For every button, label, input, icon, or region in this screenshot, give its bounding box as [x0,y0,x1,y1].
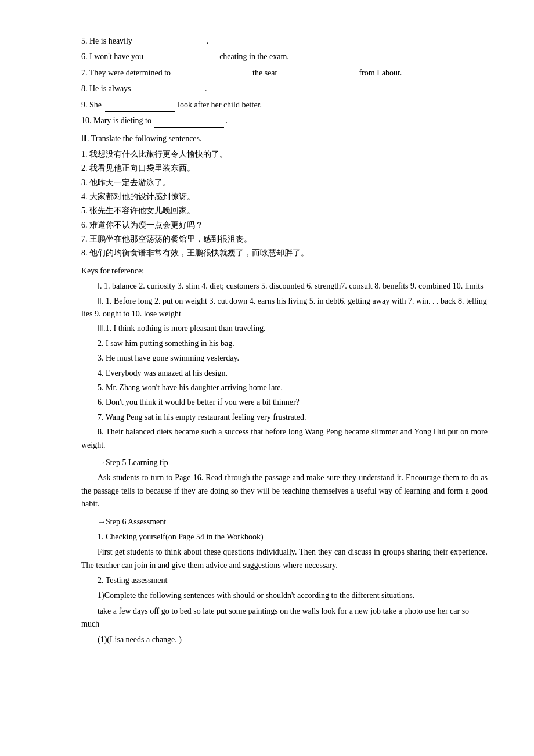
line7-middle: the seat [251,69,279,77]
blank-7b [280,67,356,80]
step6-header: →Step 6 Assessment [81,516,488,528]
step6-para1: First get students to think about these … [81,546,488,572]
key-1-text: 1. balance 2. curiosity 3. slim 4. diet;… [104,282,484,290]
chinese-s1: 1. 我想没有什么比旅行更令人愉快的了。 [81,150,228,159]
key-3-header: Ⅲ. 1. I think nothing is more pleasant t… [81,322,488,335]
line6-label: 6. I won't have you [81,52,146,61]
line9-label: 9. She [81,100,104,109]
chinese-s3: 3. 他昨天一定去游泳了。 [81,178,171,187]
key3-item-8: 8. Their balanced diets became such a su… [81,427,488,449]
key-1-label: Ⅰ. [98,282,104,290]
key3-item-6: 6. Don't you think it would be better if… [98,398,300,406]
key3-item-7-wrap: 7. Wang Peng sat in his empty restaurant… [98,411,488,424]
step5-para-text: Ask students to turn to Page 16. Read th… [81,473,488,508]
section3-header-text: Ⅲ. Translate the following sentences. [81,134,202,143]
keys-header: Keys for reference: [81,265,488,278]
line10-label: 10. Mary is dieting to [81,116,153,125]
key3-item-3: 3. He must have gone swimming yesterday. [98,354,239,362]
step6-para1-text: First get students to think about these … [81,548,488,569]
chinese-s2: 2. 我看见他正向口袋里装东西。 [81,164,195,172]
step6-header-text: →Step 6 Assessment [98,517,166,526]
step5-paragraph: Ask students to turn to Page 16. Read th… [81,471,488,510]
key-2-label: Ⅱ. [98,297,106,305]
options-line: take a few days off go to bed so late pu… [81,605,488,631]
key-3-label: Ⅲ. [81,322,106,335]
main-content: 5. He is heavily . 6. I won't have you c… [81,35,488,646]
chinese-s8: 8. 他们的均衡食谱非常有效，王鹏很快就瘦了，而咏慧却胖了。 [81,249,309,257]
chinese-sentence-5: 5. 张先生不容许他女儿晚回家。 [81,204,488,217]
chinese-sentence-7: 7. 王鹏坐在他那空荡荡的餐馆里，感到很沮丧。 [81,233,488,246]
key-1: Ⅰ. 1. balance 2. curiosity 3. slim 4. di… [81,280,488,293]
options-text: take a few days off go to bed so late pu… [81,607,469,628]
blank-8 [134,82,204,96]
keys-section: Keys for reference: Ⅰ. 1. balance 2. cur… [81,265,488,452]
question-1: (1)(Lisa needs a change. ) [98,633,488,646]
key3-item-3-wrap: 3. He must have gone swimming yesterday. [98,352,488,365]
key3-item-4-wrap: 4. Everybody was amazed at his design. [98,367,488,380]
line7-label: 7. They were determined to [81,69,173,77]
blank-6 [147,51,217,64]
key3-item-2-wrap: 2. I saw him putting something in his ba… [98,337,488,350]
fill-blank-line-8: 8. He is always . [81,82,488,96]
fill-blank-line-7: 7. They were determined to the seat from… [81,67,488,80]
key3-item-2: 2. I saw him putting something in his ba… [98,339,234,348]
key3-item-1: 1. I think nothing is more pleasant than… [106,324,266,333]
section3-header: Ⅲ. Translate the following sentences. [81,132,488,145]
line7-suffix: from Labour. [357,69,402,77]
line8-suffix: . [205,84,207,93]
key-2-text: 1. Before long 2. put on weight 3. cut d… [81,297,487,318]
step6-item1: 1. Checking yourself(on Page 54 in the W… [98,531,488,543]
blank-5 [135,35,205,48]
fill-blank-line-9: 9. She look after her child better. [81,99,488,112]
chinese-sentence-2: 2. 我看见他正向口袋里装东西。 [81,162,488,175]
line5-suffix: . [206,37,208,45]
step6-item2: 2. Testing assessment [98,574,488,587]
chinese-sentence-6: 6. 难道你不认为瘦一点会更好吗？ [81,219,488,232]
chinese-s6: 6. 难道你不认为瘦一点会更好吗？ [81,221,203,229]
step5-header: →Step 5 Learning tip [81,456,488,469]
blank-7a [174,67,250,80]
question-1-text: (1)(Lisa needs a change. ) [98,635,182,644]
key3-item-8-wrap: 8. Their balanced diets became such a su… [81,426,488,452]
key3-item-6-wrap: 6. Don't you think it would be better if… [98,396,488,409]
chinese-s4: 4. 大家都对他的设计感到惊讶。 [81,192,195,201]
keys-header-text: Keys for reference: [81,267,144,275]
chinese-s7: 7. 王鹏坐在他那空荡荡的餐馆里，感到很沮丧。 [81,235,252,243]
key3-item-7: 7. Wang Peng sat in his empty restaurant… [98,413,306,422]
key3-item-5-wrap: 5. Mr. Zhang won't have his daughter arr… [98,381,488,394]
step6-item3: 1)Complete the following sentences with … [81,589,488,602]
key3-item-4: 4. Everybody was amazed at his design. [98,369,228,377]
blank-9 [105,99,175,112]
chinese-sentence-3: 3. 他昨天一定去游泳了。 [81,177,488,189]
fill-blank-line-6: 6. I won't have you cheating in the exam… [81,51,488,64]
step6-item3-text: 1)Complete the following sentences with … [98,591,414,600]
chinese-sentence-1: 1. 我想没有什么比旅行更令人愉快的了。 [81,148,488,161]
line8-label: 8. He is always [81,84,133,93]
fill-blank-line-10: 10. Mary is dieting to . [81,114,488,128]
fill-blank-line-5: 5. He is heavily . [81,35,488,48]
blank-10 [154,114,224,128]
line9-suffix: look after her child better. [176,100,262,109]
step6-item2-text: 2. Testing assessment [98,576,167,585]
step6-item1-text: 1. Checking yourself(on Page 54 in the W… [98,532,264,541]
step5-header-text: →Step 5 Learning tip [98,458,168,467]
line5-label: . He is heavily [85,37,134,45]
key3-item-5: 5. Mr. Zhang won't have his daughter arr… [98,383,283,392]
line5-text: 5 [81,37,85,45]
line10-suffix: . [225,116,228,125]
key-2: Ⅱ. 1. Before long 2. put on weight 3. cu… [81,295,488,321]
line6-suffix: cheating in the exam. [218,52,289,61]
chinese-s5: 5. 张先生不容许他女儿晚回家。 [81,206,195,215]
chinese-sentence-8: 8. 他们的均衡食谱非常有效，王鹏很快就瘦了，而咏慧却胖了。 [81,247,488,260]
chinese-sentence-4: 4. 大家都对他的设计感到惊讶。 [81,190,488,203]
